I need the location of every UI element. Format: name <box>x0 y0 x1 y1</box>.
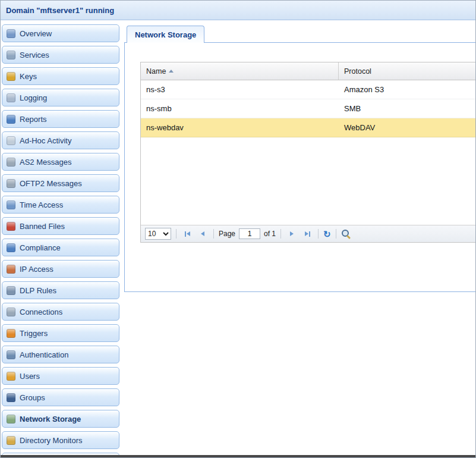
cell-protocol: WebDAV <box>339 118 476 137</box>
sidebar-item-oftp2-messages[interactable]: OFTP2 Messages <box>2 174 119 192</box>
prev-page-button[interactable] <box>197 228 209 240</box>
toolbar-separator <box>280 229 281 239</box>
connections-icon <box>7 308 15 316</box>
column-header-protocol-label: Protocol <box>344 67 371 76</box>
sidebar-item-users[interactable]: Users <box>2 367 119 385</box>
directory-monitors-icon <box>7 436 15 445</box>
sidebar-item-as2-messages[interactable]: AS2 Messages <box>2 153 119 171</box>
time-access-icon <box>7 200 15 209</box>
toolbar-separator <box>176 229 176 239</box>
column-header-protocol[interactable]: Protocol <box>339 62 476 80</box>
compliance-icon <box>7 243 15 252</box>
cell-protocol: SMB <box>339 99 476 118</box>
page-count-label: of 1 <box>264 230 276 238</box>
table-row[interactable]: ns-smb SMB <box>141 99 476 118</box>
cell-protocol: Amazon S3 <box>339 80 476 99</box>
app-window: Domain "mftserver1" running Overview Ser… <box>0 0 476 458</box>
sidebar-item-keys[interactable]: Keys <box>2 67 119 85</box>
grid-rows: ns-s3 Amazon S3 ns-smb SMB ns-webdav Web… <box>141 80 476 225</box>
title-bar: Domain "mftserver1" running <box>1 1 475 20</box>
dlp-rules-icon <box>7 286 15 295</box>
network-storage-icon <box>7 415 15 424</box>
sidebar-item-network-storage[interactable]: Network Storage <box>2 410 119 428</box>
oftp2-messages-icon <box>7 179 15 188</box>
page-label: Page <box>219 230 235 238</box>
ip-access-icon <box>7 265 15 274</box>
toolbar-separator <box>336 229 336 239</box>
table-row[interactable]: ns-webdav WebDAV <box>141 118 476 137</box>
sidebar-item-groups[interactable]: Groups <box>2 388 119 406</box>
banned-files-icon <box>7 222 15 231</box>
sidebar-item-authentication[interactable]: Authentication <box>2 346 119 363</box>
page-size-select[interactable]: 10 <box>145 228 171 240</box>
as2-messages-icon <box>7 158 15 167</box>
table-row[interactable]: ns-s3 Amazon S3 <box>141 80 476 99</box>
last-page-button[interactable] <box>301 228 313 240</box>
adhoc-activity-icon <box>7 136 15 145</box>
toolbar-separator <box>213 229 214 239</box>
page-number-input[interactable] <box>239 228 260 239</box>
network-storage-panel: Name Protocol ns-s3 Amazon S3 ns-smb SMB… <box>124 42 476 292</box>
keys-icon <box>7 72 15 81</box>
network-storage-grid: Name Protocol ns-s3 Amazon S3 ns-smb SMB… <box>140 62 476 243</box>
paging-toolbar: 10 Page of 1 ↻ <box>141 225 476 242</box>
window-bottom-edge <box>1 455 475 457</box>
sidebar-item-ad-hoc-activity[interactable]: Ad-Hoc Activity <box>2 131 119 149</box>
cell-name: ns-webdav <box>141 118 339 137</box>
refresh-button[interactable]: ↻ <box>323 230 331 239</box>
sidebar-item-compliance[interactable]: Compliance <box>2 239 119 256</box>
cell-name: ns-s3 <box>141 80 339 99</box>
sidebar-item-banned-files[interactable]: Banned Files <box>2 217 119 235</box>
users-icon <box>7 372 15 381</box>
sidebar: Overview Services Keys Logging Reports A… <box>2 24 119 458</box>
triggers-icon <box>7 329 15 338</box>
logging-icon <box>7 93 15 102</box>
reports-icon <box>7 115 15 124</box>
tab-label: Network Storage <box>135 30 196 39</box>
sidebar-item-triggers[interactable]: Triggers <box>2 324 119 342</box>
overview-icon <box>7 29 15 38</box>
sidebar-item-overview[interactable]: Overview <box>2 24 119 42</box>
sidebar-item-reports[interactable]: Reports <box>2 110 119 128</box>
sidebar-item-logging[interactable]: Logging <box>2 89 119 106</box>
sidebar-item-time-access[interactable]: Time Access <box>2 196 119 214</box>
sort-asc-icon <box>169 70 174 73</box>
toolbar-separator <box>318 229 319 239</box>
next-page-button[interactable] <box>286 228 298 240</box>
groups-icon <box>7 393 15 402</box>
grid-header: Name Protocol <box>141 62 476 80</box>
first-page-button[interactable] <box>181 228 193 240</box>
cell-name: ns-smb <box>141 99 339 118</box>
column-header-name-label: Name <box>146 67 166 76</box>
sidebar-item-ip-access[interactable]: IP Access <box>2 260 119 278</box>
sidebar-item-directory-monitors[interactable]: Directory Monitors <box>2 431 119 449</box>
sidebar-item-dlp-rules[interactable]: DLP Rules <box>2 281 119 299</box>
search-icon[interactable] <box>341 229 351 239</box>
sidebar-item-services[interactable]: Services <box>2 46 119 64</box>
window-title: Domain "mftserver1" running <box>6 6 114 15</box>
authentication-icon <box>7 350 15 359</box>
services-icon <box>7 51 15 59</box>
sidebar-item-connections[interactable]: Connections <box>2 303 119 321</box>
tab-network-storage[interactable]: Network Storage <box>127 26 204 43</box>
column-header-name[interactable]: Name <box>141 62 339 80</box>
